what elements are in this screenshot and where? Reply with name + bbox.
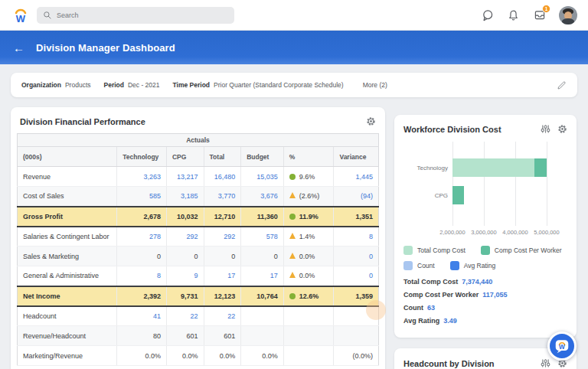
value-cell: 22 <box>166 306 204 326</box>
topbar: W Search 1 <box>0 0 588 31</box>
value-cell: 601 <box>204 326 241 346</box>
value-cell: 16,480 <box>204 167 241 187</box>
notifications-bell-icon[interactable] <box>507 8 520 21</box>
x-tick-label: 2,000,000 <box>439 229 465 236</box>
drill-link[interactable]: 0 <box>369 272 373 279</box>
filter-item[interactable]: OrganizationProducts <box>21 81 91 89</box>
drill-link[interactable]: 292 <box>187 233 198 240</box>
column-header: % <box>283 147 334 167</box>
inbox-badge: 1 <box>542 5 550 13</box>
status-warning-icon <box>289 272 296 278</box>
topbar-actions: 1 <box>481 6 577 24</box>
value-cell: 41 <box>117 306 167 326</box>
drill-link[interactable]: 3,263 <box>143 173 161 181</box>
drill-link[interactable]: 13,217 <box>177 173 198 181</box>
drill-link[interactable]: 278 <box>149 233 161 240</box>
value-cell: 17 <box>241 266 284 286</box>
drill-link[interactable]: 578 <box>266 233 278 240</box>
legend-item[interactable]: Comp Cost Per Worker <box>481 246 562 255</box>
drill-link[interactable]: 8 <box>369 233 373 240</box>
more-filters-link[interactable]: More (2) <box>363 81 387 89</box>
legend-swatch <box>481 246 490 255</box>
drill-link[interactable]: 3,185 <box>181 192 198 200</box>
chart-settings-sliders-icon[interactable] <box>541 358 550 368</box>
variance-cell: 0 <box>334 247 379 266</box>
chart-settings-sliders-icon[interactable] <box>541 124 550 134</box>
drill-link[interactable]: 292 <box>224 233 235 240</box>
value-cell: 11,360 <box>241 207 284 227</box>
row-label: Marketing/Revenue <box>18 346 117 366</box>
workday-assistant-button[interactable]: W <box>547 331 577 361</box>
bar-cpg[interactable] <box>452 186 464 204</box>
svg-text:W: W <box>16 13 26 24</box>
percent-cell: 11.9% <box>283 207 334 227</box>
financial-table: Actuals (000s)TechnologyCPGTotalBudget%V… <box>17 133 379 366</box>
legend-item[interactable]: Count <box>403 261 435 270</box>
drill-link[interactable]: (94) <box>361 192 373 200</box>
edit-filters-button[interactable] <box>557 80 567 90</box>
value-cell: 3,185 <box>166 187 204 207</box>
value-cell: 22 <box>204 306 241 326</box>
variance-cell <box>334 306 379 326</box>
drill-link[interactable]: 15,035 <box>256 173 278 181</box>
drill-link[interactable]: 0 <box>369 253 373 260</box>
stat-value-link[interactable]: 7,374,440 <box>462 278 492 286</box>
search-placeholder: Search <box>57 11 79 19</box>
right-column: Workforce Division Cost 2,000,0003,000,0… <box>394 115 577 369</box>
bar-technology[interactable] <box>452 158 547 177</box>
back-button[interactable]: ← <box>13 42 24 54</box>
svg-text:W: W <box>559 344 565 351</box>
drill-link[interactable]: 8 <box>157 272 161 279</box>
table-row-summary: Net Income2,3929,73112,12310,76412.6%1,3… <box>18 286 379 306</box>
table-row-summary: Gross Profit2,67810,03212,71011,36011.9%… <box>18 207 379 227</box>
drill-link[interactable]: 17 <box>270 272 278 279</box>
drill-link[interactable]: 41 <box>153 312 161 320</box>
drill-link[interactable]: 3,676 <box>260 192 278 200</box>
drill-link[interactable]: 22 <box>191 312 198 320</box>
filter-item[interactable]: PeriodDec - 2021 <box>104 81 160 89</box>
stat-value-link[interactable]: 117,055 <box>482 291 507 299</box>
percent-cell <box>283 306 334 326</box>
filter-item[interactable]: Time PeriodPrior Quarter (Standard Corpo… <box>173 81 344 89</box>
legend-swatch <box>403 261 413 270</box>
category-label: Technology <box>403 165 448 171</box>
page-header: ← Division Manager Dashboard <box>0 31 588 64</box>
card-title: Headcount by Division <box>403 359 495 368</box>
value-cell: 80 <box>117 326 167 346</box>
value-cell: 0.0% <box>204 346 241 366</box>
workday-logo[interactable]: W <box>11 5 31 25</box>
drill-link[interactable]: 16,480 <box>214 173 236 181</box>
legend-item[interactable]: Avg Rating <box>450 261 495 270</box>
drill-link[interactable]: 9 <box>194 272 198 279</box>
x-tick-label: 5,000,000 <box>534 229 559 236</box>
column-header: (000s) <box>18 147 117 167</box>
row-label: Sales & Marketing <box>18 247 117 266</box>
bar-segment <box>452 186 464 204</box>
chat-icon[interactable] <box>481 8 494 21</box>
gear-icon[interactable] <box>366 116 376 126</box>
search-input[interactable]: Search <box>37 7 234 24</box>
card-title: Workforce Division Cost <box>403 125 501 134</box>
stat-row: Comp Cost Per Worker117,055 <box>403 291 567 299</box>
table-row: Headcount412222 <box>18 306 379 326</box>
drill-link[interactable]: 3,770 <box>218 192 236 200</box>
gear-icon[interactable] <box>557 124 567 134</box>
workforce-cost-card: Workforce Division Cost 2,000,0003,000,0… <box>394 115 577 338</box>
value-cell: 0.0% <box>166 346 204 366</box>
filter-items: OrganizationProductsPeriodDec - 2021Time… <box>21 81 357 89</box>
x-tick-label: 3,000,000 <box>471 229 496 236</box>
stat-value-link[interactable]: 3.49 <box>443 317 457 325</box>
workday-logo-icon: W <box>11 6 30 24</box>
avatar[interactable] <box>559 6 577 24</box>
inbox-icon[interactable]: 1 <box>533 8 546 21</box>
drill-link[interactable]: 17 <box>227 272 235 279</box>
stat-value-link[interactable]: 63 <box>427 304 435 312</box>
drill-link[interactable]: 1,445 <box>355 173 373 181</box>
gridline <box>547 142 547 226</box>
drill-link[interactable]: 22 <box>227 312 235 320</box>
drill-link[interactable]: 585 <box>149 192 161 200</box>
column-header: CPG <box>166 147 204 167</box>
financial-performance-card: Division Financial Performance Actuals (… <box>11 107 385 369</box>
value-cell: 8 <box>117 266 167 286</box>
legend-item[interactable]: Total Comp Cost <box>403 246 466 255</box>
